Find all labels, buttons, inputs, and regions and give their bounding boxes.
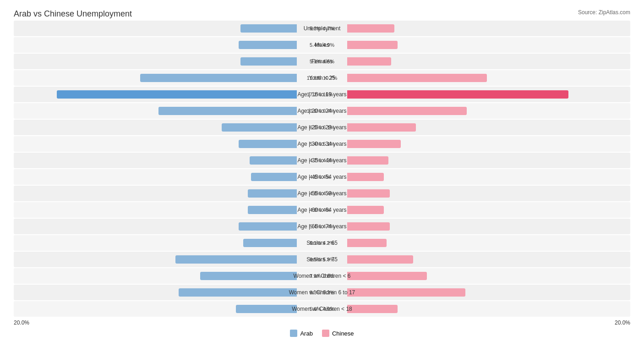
left-side: 9.5%	[14, 252, 322, 267]
row-label: Age | 35 to 44 years	[297, 157, 346, 164]
row-inner: 9.5% Seniors > 75 5.9%	[14, 252, 630, 267]
chart-row: 10.6% Age | 20 to 24 years 9.4%	[14, 103, 630, 119]
chart-row: 4.8% Age | 60 to 64 years 4%	[14, 202, 630, 218]
left-side: 6.5%	[14, 120, 322, 135]
row-label: Age | 45 to 54 years	[297, 174, 346, 180]
chart-row: 5.4% Males 4.9%	[14, 37, 630, 53]
bar-chinese	[347, 206, 384, 214]
bar-arab	[240, 57, 297, 66]
bar-chinese	[347, 107, 467, 115]
row-inner: 4.8% Age | 55 to 59 years 4.4%	[14, 186, 630, 201]
left-side: 5.3%	[14, 21, 322, 36]
left-side: 4.7%	[14, 153, 322, 168]
bar-arab	[158, 107, 297, 115]
bar-arab	[239, 222, 297, 231]
axis-left: 20.0%	[14, 319, 29, 326]
source-text: Source: ZipAtlas.com	[578, 9, 630, 16]
bar-chinese	[347, 140, 401, 148]
bar-chinese	[347, 222, 390, 231]
bar-arab	[57, 90, 297, 99]
bar-chinese	[347, 288, 465, 297]
left-side: 5.4%	[14, 219, 322, 234]
left-side: 17.2%	[14, 87, 322, 102]
chart-row: 5.6% Women w/ Children < 18 4.9%	[14, 301, 630, 317]
row-label: Women w/ Children < 18	[292, 306, 352, 312]
row-label: Age | 25 to 29 years	[297, 124, 346, 131]
bar-chinese	[347, 255, 413, 264]
left-side: 4.8%	[14, 202, 322, 218]
left-side: 4.8%	[14, 186, 322, 201]
row-label: Age | 30 to 34 years	[297, 141, 346, 147]
right-side: 4%	[322, 202, 630, 218]
left-side: 5.6%	[14, 301, 322, 317]
chart-row: 5.3% Unemployment 4.7%	[14, 21, 630, 36]
right-side: 4.5%	[322, 54, 630, 69]
right-side: 10.7%	[322, 70, 630, 86]
legend-swatch-chinese	[322, 330, 329, 337]
legend: Arab Chinese	[14, 330, 630, 337]
row-inner: 10.6% Age | 20 to 24 years 9.4%	[14, 103, 630, 119]
row-label: Unemployment	[304, 25, 341, 32]
chart-area: 5.3% Unemployment 4.7% 5.4% Males 4.9%	[14, 21, 630, 317]
chart-row: 7.9% Women w/ Children < 6 6.8%	[14, 268, 630, 284]
bar-arab	[239, 41, 297, 49]
row-label: Seniors > 65	[306, 240, 338, 246]
row-label: Seniors > 75	[306, 256, 338, 263]
left-side: 5.4%	[14, 136, 322, 152]
right-side: 6.1%	[322, 120, 630, 135]
chart-title: Arab vs Chinese Unemployment	[14, 9, 132, 19]
bar-arab	[240, 24, 297, 33]
row-inner: 5.3% Females 4.5%	[14, 54, 630, 69]
bar-arab	[239, 140, 297, 148]
row-inner: 5.4% Age | 30 to 34 years 5.1%	[14, 136, 630, 152]
left-side: 4.6%	[14, 169, 322, 185]
left-side: 5.3%	[14, 54, 322, 69]
legend-item-arab: Arab	[290, 330, 312, 337]
row-inner: 11.8% Youth < 25 10.7%	[14, 70, 630, 86]
row-inner: 7.9% Women w/ Children < 6 6.8%	[14, 268, 630, 284]
left-side: 7.9%	[14, 268, 322, 284]
row-inner: 5.3% Unemployment 4.7%	[14, 21, 630, 36]
chart-row: 5.4% Age | 65 to 74 years 4.4%	[14, 219, 630, 234]
row-label: Youth < 25	[309, 75, 335, 81]
bar-arab	[248, 189, 297, 198]
chart-row: 4.8% Age | 55 to 59 years 4.4%	[14, 186, 630, 201]
row-label: Age | 65 to 74 years	[297, 223, 346, 230]
right-side: 9.3%	[322, 285, 630, 300]
right-side: 4.9%	[322, 301, 630, 317]
row-inner: 9.3% Women w/ Children 6 to 17 9.3%	[14, 285, 630, 300]
row-label: Age | 55 to 59 years	[297, 190, 346, 197]
bar-arab	[243, 239, 297, 247]
bar-arab	[175, 255, 297, 264]
bar-arab	[200, 272, 297, 280]
bar-chinese	[347, 305, 398, 313]
chart-row: 4.6% Age | 45 to 54 years 4%	[14, 169, 630, 185]
right-side: 5.9%	[322, 252, 630, 267]
right-side: 4.2%	[322, 235, 630, 251]
right-side: 9.4%	[322, 103, 630, 119]
bar-arab	[250, 156, 297, 165]
bar-chinese	[347, 189, 390, 198]
bar-chinese	[347, 90, 568, 99]
row-inner: 5.1% Seniors > 65 4.2%	[14, 235, 630, 251]
axis-row: 20.0% 20.0%	[14, 319, 630, 326]
bar-arab	[179, 288, 297, 297]
right-side: 4.4%	[322, 219, 630, 234]
left-side: 9.3%	[14, 285, 322, 300]
chart-row: 4.7% Age | 35 to 44 years 4.3%	[14, 153, 630, 168]
left-side: 10.6%	[14, 103, 322, 119]
row-label: Women w/ Children 6 to 17	[289, 289, 355, 296]
legend-swatch-arab	[290, 330, 297, 337]
right-side: 5.1%	[322, 136, 630, 152]
chart-row: 5.1% Seniors > 65 4.2%	[14, 235, 630, 251]
right-side: 4.4%	[322, 186, 630, 201]
row-label: Age | 60 to 64 years	[297, 207, 346, 213]
bar-chinese	[347, 24, 394, 33]
chart-row: 9.5% Seniors > 75 5.9%	[14, 252, 630, 267]
row-inner: 5.4% Age | 65 to 74 years 4.4%	[14, 219, 630, 234]
left-side: 5.4%	[14, 37, 322, 53]
bar-arab	[236, 305, 297, 313]
row-label: Males	[315, 42, 329, 48]
row-label: Age | 16 to 19 years	[297, 91, 346, 98]
legend-item-chinese: Chinese	[322, 330, 354, 337]
